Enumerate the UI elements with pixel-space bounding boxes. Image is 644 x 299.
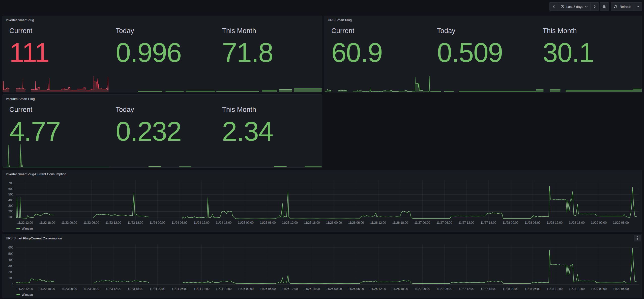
- panel-title[interactable]: UPS Smart Plug: [325, 16, 642, 24]
- stat-label: This Month: [222, 27, 322, 35]
- stat-vacuum-month: This Month 2.34: [215, 102, 322, 167]
- gridline: [290, 180, 290, 220]
- stat-ups-month: This Month 30.1: [536, 23, 642, 92]
- x-tick-label: 11/28 18:00: [569, 221, 585, 225]
- x-tick-label: 11/27 12:00: [458, 287, 474, 291]
- panel-title[interactable]: UPS Smart Plug-Current Consumption: [3, 234, 642, 242]
- x-tick-label: 11/23 18:00: [128, 287, 143, 291]
- sparkline-inverter-month: [215, 76, 322, 92]
- time-range-picker-button[interactable]: Last 7 days: [558, 3, 591, 11]
- stat-value: 2.34: [222, 118, 322, 145]
- gridline: [91, 244, 92, 286]
- panel-title[interactable]: Inverter Smart Plug-Current Consumption: [3, 170, 642, 178]
- sparkline-ups-current: [325, 76, 430, 92]
- x-tick-label: 11/29 06:00: [613, 221, 629, 225]
- refresh-button[interactable]: Refresh: [611, 3, 634, 11]
- y-axis: 6005004003002001000: [5, 244, 14, 286]
- y-tick-label: 400: [8, 258, 13, 262]
- time-shift-back-button[interactable]: [550, 3, 558, 11]
- sparkline-ups-today: [430, 76, 536, 92]
- x-axis: 11/22 12:0011/22 18:0011/23 00:0011/23 0…: [16, 286, 639, 292]
- stat-value: 71.8: [222, 39, 322, 66]
- x-tick-label: 11/23 06:00: [83, 221, 99, 225]
- stat-value: 0.509: [437, 39, 536, 66]
- gridline: [312, 244, 312, 286]
- gridline: [356, 180, 356, 220]
- sparkline-inverter-today: [109, 76, 216, 92]
- gridline: [444, 244, 445, 286]
- stat-value: 30.1: [543, 39, 642, 66]
- x-tick-label: 11/27 18:00: [481, 221, 496, 225]
- x-tick-label: 11/26 12:00: [370, 287, 386, 291]
- panel-title[interactable]: Inverter Smart Plug: [3, 16, 322, 24]
- gridline: [577, 244, 577, 286]
- plot-area[interactable]: [16, 244, 639, 286]
- x-tick-label: 11/23 12:00: [105, 221, 121, 225]
- panel-title[interactable]: Vacuum Smart Plug: [3, 95, 322, 103]
- refresh-group: Refresh: [611, 2, 642, 11]
- gridline: [400, 180, 400, 220]
- x-tick-label: 11/28 00:00: [503, 221, 518, 225]
- gridline: [599, 180, 599, 220]
- gridline: [16, 278, 639, 278]
- gridline: [135, 180, 136, 220]
- x-tick-label: 11/22 18:00: [39, 221, 55, 225]
- x-tick-label: 11/22 12:00: [17, 221, 33, 225]
- y-tick-label: 0: [12, 283, 13, 286]
- stat-row: Current 4.77 Today 0.232 This Month 2.34: [3, 102, 322, 167]
- y-tick-label: 100: [8, 215, 13, 219]
- y-tick-label: 400: [8, 198, 13, 202]
- chevron-down-icon: [585, 5, 588, 8]
- x-tick-label: 11/28 12:00: [547, 287, 563, 291]
- panel-menu-kebab-icon[interactable]: [634, 235, 641, 241]
- x-tick-label: 11/25 12:00: [282, 221, 298, 225]
- x-tick-label: 11/25 12:00: [282, 287, 298, 291]
- x-tick-label: 11/24 18:00: [216, 221, 232, 225]
- gridline: [135, 244, 136, 286]
- gridline: [378, 180, 378, 220]
- legend-series-swatch: [16, 228, 20, 229]
- refresh-interval-dropdown[interactable]: [634, 3, 642, 11]
- gridline: [25, 180, 25, 220]
- x-tick-label: 11/28 12:00: [547, 221, 563, 225]
- panel-ups-consumption-chart: UPS Smart Plug-Current Consumption 60050…: [3, 234, 642, 298]
- legend-series-label[interactable]: W.mean: [22, 227, 33, 230]
- y-tick-label: 600: [8, 246, 13, 249]
- gridline: [91, 180, 92, 220]
- legend-series-label[interactable]: W.mean: [22, 293, 33, 296]
- time-zoom-out-button[interactable]: [600, 3, 609, 11]
- x-tick-label: 11/27 06:00: [436, 287, 452, 291]
- y-tick-label: 100: [8, 276, 13, 280]
- gridline: [334, 244, 334, 286]
- x-tick-label: 11/25 06:00: [260, 221, 276, 225]
- zoom-out-icon: [602, 5, 606, 9]
- gridline: [180, 244, 180, 286]
- gridline: [113, 244, 113, 286]
- stat-vacuum-current: Current 4.77: [3, 102, 109, 167]
- x-tick-label: 11/25 06:00: [260, 287, 276, 291]
- stat-inverter-current: Current 111: [3, 23, 109, 92]
- x-tick-label: 11/27 00:00: [414, 221, 430, 225]
- gridline: [599, 244, 599, 286]
- y-tick-label: 200: [8, 270, 13, 274]
- x-tick-label: 11/28 06:00: [525, 221, 541, 225]
- gridline: [25, 244, 25, 286]
- gridline: [533, 180, 533, 220]
- gridline: [268, 180, 268, 220]
- x-tick-label: 11/28 06:00: [525, 287, 541, 291]
- x-tick-label: 11/27 00:00: [414, 287, 430, 291]
- time-shift-forward-button[interactable]: [590, 3, 599, 11]
- x-tick-label: 11/23 18:00: [128, 221, 143, 225]
- stat-inverter-today: Today 0.996: [109, 23, 216, 92]
- refresh-label: Refresh: [620, 5, 631, 9]
- plot-area[interactable]: [16, 180, 639, 220]
- gridline: [511, 244, 511, 286]
- x-tick-label: 11/23 06:00: [83, 287, 99, 291]
- gridline: [466, 180, 467, 220]
- chart-plot-region[interactable]: 700600500400300200100: [5, 180, 639, 220]
- dashboard-toolbar: Last 7 days Refresh: [549, 3, 642, 11]
- gridline: [201, 180, 202, 220]
- chart-plot-region[interactable]: 6005004003002001000: [5, 244, 639, 286]
- gridline: [16, 266, 639, 266]
- x-tick-label: 11/28 18:00: [569, 287, 585, 291]
